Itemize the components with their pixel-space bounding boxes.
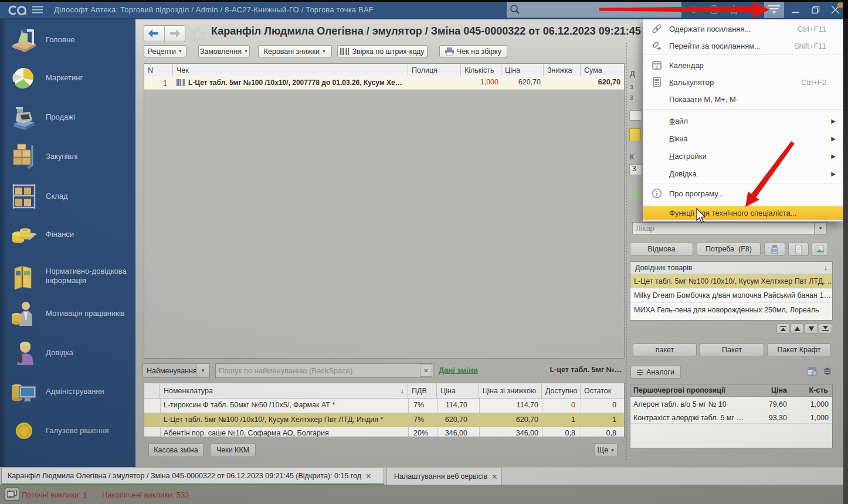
svg-text:6: 6 xyxy=(656,64,659,69)
